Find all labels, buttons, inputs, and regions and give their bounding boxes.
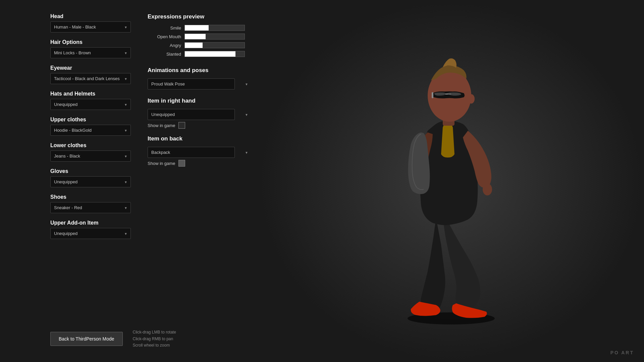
expressions-section: Expressions preview SmileOpen MouthAngry… bbox=[148, 13, 252, 57]
section-label-gloves: Gloves bbox=[50, 168, 131, 174]
hint-rotate: Click-drag LMB to rotate bbox=[133, 329, 176, 336]
expression-label-slanted: Slanted bbox=[148, 52, 181, 57]
dropdown-shoes[interactable]: Sneaker - RedSneaker - BlackUnequipped bbox=[50, 202, 131, 213]
animations-dropdown[interactable]: Proud Walk PoseIdleRun bbox=[148, 78, 235, 89]
section-label-upper: Upper clothes bbox=[50, 117, 131, 123]
right-hand-show-row: Show in game bbox=[148, 122, 252, 129]
hint-zoom: Scroll wheel to zoom bbox=[133, 342, 176, 349]
character-area[interactable] bbox=[258, 0, 644, 362]
dropdown-wrapper-lower: Jeans - BlackShorts - BlackUnequipped▼ bbox=[50, 150, 131, 162]
expression-row-openMouth: Open Mouth bbox=[148, 34, 252, 40]
section-label-hair: Hair Options bbox=[50, 39, 131, 45]
section-label-hats: Hats and Helmets bbox=[50, 91, 131, 97]
back-section: Item on back BackpackUnequipped ▼ Show i… bbox=[148, 135, 252, 167]
dropdown-wrapper-hats: Unequipped▼ bbox=[50, 99, 131, 110]
controls-hint: Click-drag LMB to rotate Click-drag RMB … bbox=[133, 329, 176, 349]
animations-dropdown-wrapper: Proud Walk PoseIdleRun ▼ bbox=[148, 78, 252, 89]
expression-bar-bg-angry[interactable] bbox=[184, 42, 245, 48]
left-panel: HeadHuman - Male - BlackHuman - Male - W… bbox=[0, 0, 141, 362]
dropdown-head[interactable]: Human - Male - BlackHuman - Male - White… bbox=[50, 21, 131, 33]
dropdown-upper[interactable]: Hoodie - BlackGoldT-Shirt - BlackUnequip… bbox=[50, 125, 131, 136]
watermark: PO ART bbox=[610, 350, 634, 355]
dropdown-gloves[interactable]: Unequipped bbox=[50, 176, 131, 187]
dropdown-upperAddon[interactable]: Unequipped bbox=[50, 228, 131, 239]
expression-row-smile: Smile bbox=[148, 25, 252, 31]
character-svg bbox=[381, 37, 522, 325]
right-hand-show-label: Show in game bbox=[148, 123, 175, 128]
back-title: Item on back bbox=[148, 135, 252, 142]
section-label-eyewear: Eyewear bbox=[50, 65, 131, 71]
dropdown-eyewear[interactable]: Tacticool - Black and Dark LensesUnequip… bbox=[50, 73, 131, 84]
right-hand-title: Item in right hand bbox=[148, 98, 252, 104]
front-leg bbox=[444, 218, 480, 311]
expression-bar-bg-openMouth[interactable] bbox=[184, 34, 245, 40]
middle-panel: Expressions preview SmileOpen MouthAngry… bbox=[141, 0, 258, 362]
back-show-label: Show in game bbox=[148, 161, 175, 166]
dropdown-lower[interactable]: Jeans - BlackShorts - BlackUnequipped bbox=[50, 150, 131, 162]
dropdown-wrapper-shoes: Sneaker - RedSneaker - BlackUnequipped▼ bbox=[50, 202, 131, 213]
dropdown-wrapper-hair: Mini Locks - BrownShort - BlackCurly - B… bbox=[50, 47, 131, 58]
expressions-title: Expressions preview bbox=[148, 13, 252, 20]
right-hand-dropdown[interactable]: Unequipped bbox=[148, 109, 235, 120]
expression-bar-fill-slanted bbox=[185, 51, 235, 57]
animations-title: Animations and poses bbox=[148, 67, 252, 74]
main-layout: HeadHuman - Male - BlackHuman - Male - W… bbox=[0, 0, 644, 362]
ear bbox=[468, 94, 475, 104]
back-button[interactable]: Back to ThirdPerson Mode bbox=[50, 332, 123, 346]
dropdown-hats[interactable]: Unequipped bbox=[50, 99, 131, 110]
section-label-shoes: Shoes bbox=[50, 194, 131, 200]
right-hand-dropdown-wrapper: Unequipped ▼ bbox=[148, 109, 252, 120]
section-label-head: Head bbox=[50, 13, 131, 19]
bottom-bar: Back to ThirdPerson Mode Click-drag LMB … bbox=[50, 329, 176, 349]
expression-bar-fill-angry bbox=[185, 43, 203, 48]
expression-bar-bg-smile[interactable] bbox=[184, 25, 245, 31]
section-label-lower: Lower clothes bbox=[50, 142, 131, 148]
dropdown-wrapper-upper: Hoodie - BlackGoldT-Shirt - BlackUnequip… bbox=[50, 125, 131, 136]
back-show-checkbox[interactable] bbox=[178, 160, 185, 167]
animations-section: Animations and poses Proud Walk PoseIdle… bbox=[148, 67, 252, 89]
dropdown-wrapper-gloves: Unequipped▼ bbox=[50, 176, 131, 187]
back-dropdown[interactable]: BackpackUnequipped bbox=[148, 147, 235, 158]
expression-row-slanted: Slanted bbox=[148, 51, 252, 57]
expression-label-openMouth: Open Mouth bbox=[148, 34, 181, 39]
back-show-row: Show in game bbox=[148, 160, 252, 167]
back-dropdown-arrow: ▼ bbox=[245, 150, 248, 154]
hint-pan: Click-drag RMB to pan bbox=[133, 336, 176, 342]
expression-label-angry: Angry bbox=[148, 43, 181, 48]
expression-bar-fill-smile bbox=[185, 25, 209, 31]
dropdown-wrapper-eyewear: Tacticool - Black and Dark LensesUnequip… bbox=[50, 73, 131, 84]
animations-dropdown-arrow: ▼ bbox=[245, 82, 248, 86]
expression-bar-bg-slanted[interactable] bbox=[184, 51, 245, 57]
right-hand-dropdown-arrow: ▼ bbox=[245, 113, 248, 116]
backpack bbox=[408, 132, 430, 194]
expression-label-smile: Smile bbox=[148, 25, 181, 31]
right-hand-section: Item in right hand Unequipped ▼ Show in … bbox=[148, 98, 252, 129]
section-label-upperAddon: Upper Add-on Item bbox=[50, 220, 131, 226]
dropdown-wrapper-upperAddon: Unequipped▼ bbox=[50, 228, 131, 239]
expression-row-angry: Angry bbox=[148, 42, 252, 48]
expression-bar-fill-openMouth bbox=[185, 34, 206, 39]
dropdown-hair[interactable]: Mini Locks - BrownShort - BlackCurly - B… bbox=[50, 47, 131, 58]
hoodie-gold-center bbox=[441, 122, 454, 158]
back-leg bbox=[421, 218, 445, 310]
right-hand-show-checkbox[interactable] bbox=[178, 122, 185, 129]
dropdown-wrapper-head: Human - Male - BlackHuman - Male - White… bbox=[50, 21, 131, 33]
back-dropdown-wrapper: BackpackUnequipped ▼ bbox=[148, 147, 252, 158]
right-hand bbox=[483, 183, 492, 195]
glasses-left-arm bbox=[432, 92, 433, 98]
